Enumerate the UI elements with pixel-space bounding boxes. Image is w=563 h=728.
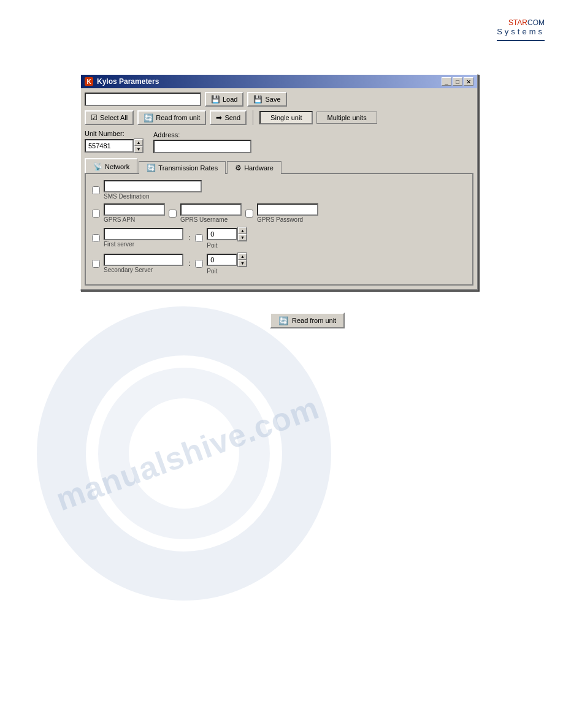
secondary-port-checkbox[interactable] [195,260,203,268]
standalone-read-area: 🔄 Read from unit [270,313,345,328]
read-refresh-icon: 🔄 [144,113,153,123]
network-tab-label: Network [105,163,129,170]
load-icon: 💾 [211,95,220,104]
gprs-apn-group: GPRS APN [104,203,165,223]
first-server-label: First server [104,241,134,248]
secondary-server-checkbox[interactable] [92,260,100,268]
gprs-apn-checkbox[interactable] [92,210,100,218]
dialog-body: 💾 Load 💾 Save ☑ Select All 🔄 Read from u… [81,88,477,289]
close-button[interactable]: ✕ [464,77,473,86]
titlebar-buttons: _ □ ✕ [442,77,473,86]
logo-com: COM [527,18,545,27]
secondary-server-input[interactable] [104,254,183,266]
single-unit-button[interactable]: Single unit [259,111,313,124]
logo-systems: Systems [497,27,545,36]
action-separator [253,110,253,125]
secondary-port-input[interactable] [207,254,237,266]
first-port-spin-down[interactable]: ▼ [238,234,247,241]
secondary-port-spinner: ▲ ▼ [237,252,247,267]
sms-destination-label: SMS Destination [104,193,149,200]
secondary-server-colon: : [188,259,190,268]
gprs-username-group: GPRS Username [180,203,242,223]
unit-number-input[interactable] [85,139,134,153]
sms-destination-input[interactable] [104,180,202,192]
gprs-password-label: GPRS Password [257,216,303,223]
network-tab-icon: 📡 [93,162,102,171]
unit-number-label: Unit Number: [85,130,144,137]
load-button[interactable]: 💾 Load [205,92,243,107]
transmission-tab-icon: 🔄 [147,164,156,172]
secondary-port-wrap: ▲ ▼ [207,252,247,267]
logo-area: STARCOM Systems [497,18,545,41]
gprs-row: GPRS APN GPRS Username GPRS Password [92,203,466,223]
hardware-tab-label: Hardware [244,164,274,172]
gprs-password-input[interactable] [257,203,318,216]
unit-info-row: Unit Number: ▲ ▼ Address: [85,130,473,153]
dialog-app-icon: K [85,77,93,86]
save-button[interactable]: 💾 Save [247,92,286,107]
logo-starcom: STARCOM [497,18,545,27]
secondary-server-group: Secondary Server [104,254,183,273]
send-button[interactable]: ➡ Send [210,110,247,125]
watermark-text: manualshive.com [51,389,324,518]
gprs-apn-label: GPRS APN [104,216,135,223]
logo-star: STAR [508,18,527,27]
first-server-input[interactable] [104,228,183,240]
secondary-port-label: Poit [207,268,217,275]
address-label: Address: [153,131,251,138]
tab-transmission[interactable]: 🔄 Transmission Rates [139,161,226,174]
first-port-wrap: ▲ ▼ [207,227,247,241]
unit-number-group: Unit Number: ▲ ▼ [85,130,144,153]
dialog-titlebar: K Kylos Parameters _ □ ✕ [81,75,477,88]
address-group: Address: [153,131,251,153]
sms-checkbox[interactable] [92,186,100,194]
gprs-password-checkbox[interactable] [245,210,253,218]
first-server-checkbox[interactable] [92,234,100,242]
address-input[interactable] [153,140,251,153]
first-server-group: First server [104,228,183,248]
secondary-server-label: Secondary Server [104,267,153,273]
gprs-username-input[interactable] [180,203,242,216]
secondary-port-spin-down[interactable]: ▼ [238,260,247,267]
unit-number-wrap: ▲ ▼ [85,138,144,153]
tab-network[interactable]: 📡 Network [85,158,137,173]
tabs-row: 📡 Network 🔄 Transmission Rates ⚙ Hardwar… [85,158,473,174]
watermark-circle-outer [37,306,331,601]
first-port-input[interactable] [207,228,237,240]
secondary-port-spin-up[interactable]: ▲ [238,253,247,260]
first-server-colon: : [188,233,190,242]
sms-row: SMS Destination [92,180,466,200]
select-all-icon: ☑ [91,113,98,122]
first-port-spinner: ▲ ▼ [237,227,247,241]
dialog-title-text: Kylos Parameters [97,77,159,86]
first-port-checkbox[interactable] [195,234,203,242]
minimize-button[interactable]: _ [442,77,451,86]
tab-content-network: SMS Destination GPRS APN GPRS Username [85,174,473,286]
standalone-read-from-unit-button[interactable]: 🔄 Read from unit [270,313,345,328]
sms-input-group: SMS Destination [104,180,202,200]
first-server-row: First server : ▲ ▼ Poit [92,227,466,249]
select-all-button[interactable]: ☑ Select All [85,110,134,125]
send-icon: ➡ [216,113,222,122]
kylos-parameters-dialog: K Kylos Parameters _ □ ✕ 💾 Load 💾 Save [80,74,478,290]
read-from-unit-button[interactable]: 🔄 Read from unit [137,110,206,125]
gprs-apn-input[interactable] [104,203,165,216]
gprs-username-checkbox[interactable] [169,210,177,218]
tab-hardware[interactable]: ⚙ Hardware [227,161,282,174]
secondary-port-group: ▲ ▼ Poit [207,252,247,275]
watermark-circle-inner [98,368,270,539]
toolbar-input[interactable] [85,93,201,106]
standalone-refresh-icon: 🔄 [278,316,288,325]
first-port-label: Poit [207,242,217,249]
transmission-tab-label: Transmission Rates [158,164,218,172]
gprs-password-group: GPRS Password [257,203,318,223]
dialog-title-left: K Kylos Parameters [85,77,159,86]
spin-down-button[interactable]: ▼ [134,146,143,153]
secondary-server-row: Secondary Server : ▲ ▼ Poit [92,252,466,275]
maximize-button[interactable]: □ [453,77,462,86]
save-icon: 💾 [253,95,262,104]
hardware-tab-icon: ⚙ [235,164,242,172]
spin-up-button[interactable]: ▲ [134,139,143,146]
first-port-spin-up[interactable]: ▲ [238,227,247,234]
multiple-units-button[interactable]: Multiple units [316,112,377,124]
